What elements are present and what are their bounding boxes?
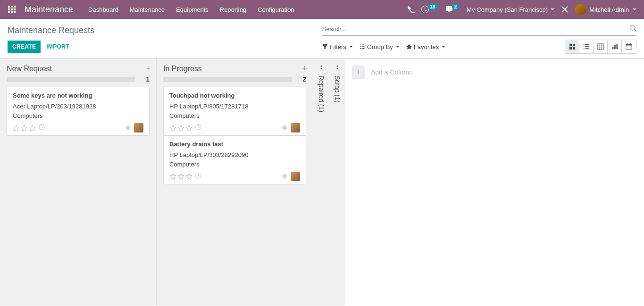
activity-icon[interactable] (39, 124, 45, 132)
quick-add-icon[interactable]: + (145, 64, 151, 74)
kanban-board: New Request + 1 Some keys are not workin… (0, 59, 644, 306)
priority-stars[interactable] (169, 124, 192, 132)
list-view-button[interactable] (579, 40, 594, 53)
compress-icon (318, 65, 324, 72)
menu-equipments[interactable]: Equipments (170, 0, 214, 19)
groupby-dropdown[interactable]: Group By (360, 43, 400, 50)
assignee-avatar[interactable] (134, 123, 143, 132)
priority-stars[interactable] (13, 124, 36, 132)
svg-rect-0 (8, 6, 10, 8)
favorites-dropdown[interactable]: Favorites (406, 43, 445, 50)
filter-icon (322, 44, 328, 50)
graph-view-button[interactable] (608, 40, 622, 53)
kanban-card[interactable]: Touchpad not working HP Laptop/LP/305/17… (163, 87, 306, 136)
svg-rect-3 (8, 8, 10, 10)
activity-icon[interactable] (195, 124, 201, 132)
menu-configuration[interactable]: Configuration (252, 0, 300, 19)
search-icon[interactable] (630, 25, 636, 33)
svg-rect-13 (583, 44, 584, 45)
svg-rect-16 (585, 46, 589, 47)
apps-menu-icon[interactable] (4, 0, 20, 19)
card-category: Computers (169, 111, 300, 121)
messages-badge: 2 (452, 4, 460, 10)
card-equipment: HP Laptop/LP/305/17281718 (169, 102, 300, 111)
star-icon (406, 44, 412, 50)
user-menu[interactable]: Mitchell Admin (575, 4, 636, 15)
kanban-card[interactable]: Battery drains fast HP Laptop/LP/303/282… (163, 136, 306, 184)
activity-icon[interactable] (195, 173, 201, 180)
company-switcher[interactable]: My Company (San Francisco) (467, 6, 554, 13)
svg-marker-36 (178, 125, 184, 131)
folded-label: Repaired (1) (318, 75, 325, 112)
kanban-view-button[interactable] (565, 40, 579, 53)
quick-add-icon[interactable]: + (302, 64, 307, 74)
page-title: Maintenance Requests (8, 23, 322, 36)
user-avatar (575, 4, 586, 15)
menu-reporting[interactable]: Reporting (214, 0, 252, 19)
svg-marker-37 (186, 125, 192, 131)
menu-maintenance[interactable]: Maintenance (124, 0, 170, 19)
progress-bar[interactable] (163, 77, 292, 82)
assignee-avatar[interactable] (291, 172, 300, 181)
caret-down-icon (551, 8, 554, 10)
svg-marker-39 (170, 174, 176, 180)
priority-stars[interactable] (169, 173, 192, 180)
folded-label: Scrap (1) (334, 75, 341, 103)
kanban-state-dot[interactable] (282, 125, 287, 130)
svg-rect-17 (583, 49, 584, 50)
calendar-view-button[interactable] (622, 40, 636, 53)
column-title[interactable]: New Request (7, 65, 145, 73)
assignee-avatar[interactable] (291, 123, 300, 132)
menu-dashboard[interactable]: Dashboard (83, 0, 124, 19)
svg-rect-1 (11, 6, 13, 8)
caret-down-icon (349, 46, 353, 48)
activities-badge: 18 (428, 4, 438, 10)
svg-rect-6 (8, 11, 10, 13)
kanban-folded-repaired[interactable]: Repaired (1) (313, 59, 329, 306)
app-brand[interactable]: Maintenance (20, 5, 83, 15)
card-category: Computers (169, 160, 300, 169)
svg-rect-18 (585, 49, 589, 50)
compress-icon (335, 65, 340, 72)
add-column-button[interactable]: + (352, 66, 365, 79)
pivot-view-button[interactable] (594, 40, 608, 53)
import-button[interactable]: IMPORT (46, 43, 69, 50)
kanban-folded-scrap[interactable]: Scrap (1) (329, 59, 345, 306)
messages-icon[interactable]: 2 (445, 6, 460, 13)
kanban-state-dot[interactable] (282, 174, 287, 179)
search-bar[interactable] (322, 23, 637, 36)
svg-rect-26 (616, 44, 618, 49)
user-name: Mitchell Admin (589, 6, 629, 13)
svg-rect-25 (614, 45, 616, 50)
svg-marker-41 (186, 174, 192, 180)
search-input[interactable] (322, 23, 630, 35)
card-equipment: Acer Laptop/LP/203/19281928 (13, 102, 143, 111)
svg-marker-40 (178, 174, 184, 180)
card-equipment: HP Laptop/LP/303/28292090 (169, 150, 300, 160)
column-count: 2 (292, 75, 306, 83)
card-title: Some keys are not working (13, 92, 143, 99)
filters-dropdown[interactable]: Filters (322, 43, 353, 50)
create-button[interactable]: CREATE (8, 41, 41, 53)
kanban-card[interactable]: Some keys are not working Acer Laptop/LP… (7, 87, 150, 136)
svg-marker-33 (29, 125, 35, 131)
debug-close-icon[interactable] (561, 6, 569, 13)
kanban-column-in-progress: In Progress + 2 Touchpad not working HP … (157, 59, 313, 306)
activities-icon[interactable]: 18 (421, 6, 439, 13)
kanban-state-dot[interactable] (125, 125, 130, 130)
phone-icon[interactable] (407, 6, 415, 13)
column-title[interactable]: In Progress (163, 65, 302, 73)
svg-rect-19 (597, 44, 603, 50)
svg-rect-10 (572, 44, 575, 46)
svg-rect-15 (583, 46, 584, 47)
svg-rect-5 (14, 8, 16, 10)
caret-down-icon (442, 46, 445, 48)
view-switcher (565, 40, 636, 54)
svg-marker-31 (13, 125, 19, 131)
control-panel: Maintenance Requests CREATE IMPORT Filte… (0, 19, 644, 59)
card-title: Battery drains fast (169, 141, 300, 148)
add-column-label[interactable]: Add a Column (371, 68, 413, 76)
svg-rect-7 (11, 11, 13, 13)
progress-bar[interactable] (7, 77, 135, 82)
main-menu: Dashboard Maintenance Equipments Reporti… (83, 0, 300, 19)
